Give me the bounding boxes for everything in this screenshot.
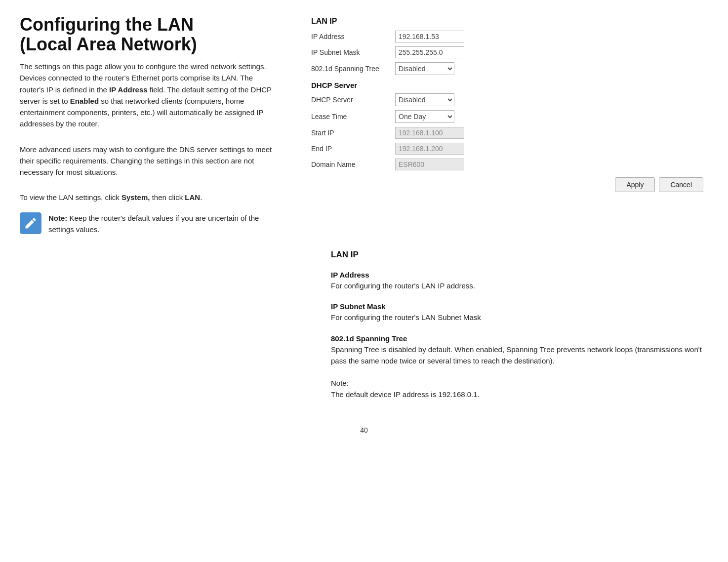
subnet-mask-desc-block: IP Subnet Mask For configuring the route… <box>331 302 708 323</box>
subnet-mask-desc-text: For configuring the router's LAN Subnet … <box>331 312 708 323</box>
dhcp-server-row: DHCP Server Disabled Enabled <box>311 93 708 106</box>
spanning-tree-desc-text: Spanning Tree is disabled by default. Wh… <box>331 344 708 367</box>
description-section: LAN IP IP Address For configuring the ro… <box>20 250 708 411</box>
page-title: Configuring the LAN (Local Area Network) <box>20 15 277 54</box>
lease-time-label: Lease Time <box>311 113 395 120</box>
cancel-button[interactable]: Cancel <box>659 177 703 192</box>
lease-time-row: Lease Time One Day Two Days One Week <box>311 110 708 123</box>
dhcp-server-select[interactable]: Disabled Enabled <box>395 93 454 106</box>
note-desc-block: Note: The default device IP address is 1… <box>331 377 708 401</box>
note-icon <box>20 212 41 234</box>
dhcp-server-section-title: DHCP Server <box>311 81 708 89</box>
ip-address-label: IP Address <box>311 33 395 40</box>
lease-time-select[interactable]: One Day Two Days One Week <box>395 110 454 123</box>
note-text: Note: Keep the router's default values i… <box>48 212 277 236</box>
domain-name-input[interactable] <box>395 159 464 170</box>
start-ip-input[interactable] <box>395 127 464 139</box>
ip-address-row: IP Address <box>311 31 708 42</box>
desc-left <box>20 250 296 411</box>
end-ip-row: End IP <box>311 143 708 155</box>
pencil-icon <box>24 216 38 230</box>
lan-ip-desc-title: LAN IP <box>331 250 708 260</box>
domain-name-row: Domain Name <box>311 159 708 170</box>
apply-button[interactable]: Apply <box>615 177 655 192</box>
ip-address-input[interactable] <box>395 31 464 42</box>
advanced-paragraph: More advanced users may wish to configur… <box>20 144 277 178</box>
subnet-mask-label: IP Subnet Mask <box>311 48 395 56</box>
right-column: LAN IP IP Address IP Subnet Mask 802.1d … <box>296 15 708 235</box>
page-number: 40 <box>20 426 708 434</box>
lan-ip-section-title: LAN IP <box>311 17 708 26</box>
note-box: Note: Keep the router's default values i… <box>20 212 277 236</box>
ip-address-desc-text: For configuring the router's LAN IP addr… <box>331 280 708 291</box>
start-ip-label: Start IP <box>311 129 395 137</box>
spanning-tree-row: 802.1d Spanning Tree Disabled Enabled <box>311 62 708 75</box>
end-ip-input[interactable] <box>395 143 464 155</box>
intro-paragraph: The settings on this page allow you to c… <box>20 61 277 130</box>
note-desc-text: Note: The default device IP address is 1… <box>331 377 708 401</box>
spanning-tree-label: 802.1d Spanning Tree <box>311 65 395 73</box>
subnet-mask-desc-subtitle: IP Subnet Mask <box>331 302 708 311</box>
ip-address-desc-subtitle: IP Address <box>331 271 708 279</box>
ip-address-desc-block: IP Address For configuring the router's … <box>331 271 708 291</box>
subnet-mask-row: IP Subnet Mask <box>311 46 708 58</box>
lan-ip-desc-block: LAN IP <box>331 250 708 260</box>
desc-right: LAN IP IP Address For configuring the ro… <box>316 250 708 411</box>
spanning-tree-desc-subtitle: 802.1d Spanning Tree <box>331 334 708 343</box>
start-ip-row: Start IP <box>311 127 708 139</box>
view-settings-paragraph: To view the LAN settings, click System, … <box>20 192 277 203</box>
end-ip-label: End IP <box>311 145 395 153</box>
spanning-tree-select[interactable]: Disabled Enabled <box>395 62 454 75</box>
dhcp-server-label: DHCP Server <box>311 96 395 104</box>
left-column: Configuring the LAN (Local Area Network)… <box>20 15 296 235</box>
spanning-tree-desc-block: 802.1d Spanning Tree Spanning Tree is di… <box>331 334 708 367</box>
subnet-mask-input[interactable] <box>395 46 464 58</box>
domain-name-label: Domain Name <box>311 161 395 168</box>
button-row: Apply Cancel <box>311 177 708 192</box>
form-section: LAN IP IP Address IP Subnet Mask 802.1d … <box>311 17 708 192</box>
